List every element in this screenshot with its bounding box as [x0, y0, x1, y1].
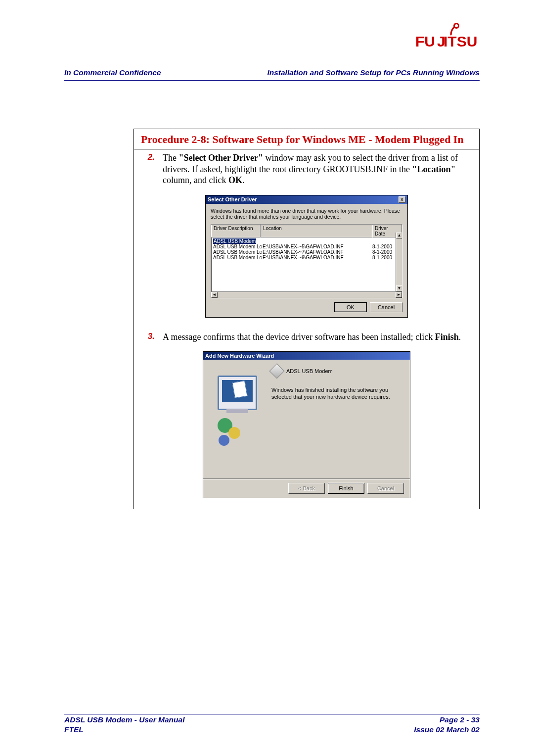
device-icon: [269, 364, 284, 379]
step-3-body: A message confirms that the device drive…: [163, 331, 472, 343]
footer-rule: [64, 714, 480, 714]
gear-icon: [228, 427, 240, 439]
step-3-text: .: [459, 332, 461, 342]
footer-issue: Issue 02 March 02: [414, 725, 480, 734]
driver-list[interactable]: Driver Description Location Driver Date …: [211, 224, 402, 298]
driver-row[interactable]: ADSL USB Modem E:\GROOTUSB.INF 5-4-2001: [211, 238, 402, 244]
step-2-bold: "Select Other Driver": [178, 153, 263, 163]
driver-desc: ADSL USB Modem Loa...: [212, 249, 262, 255]
cancel-button: Cancel: [367, 483, 404, 494]
window-titlebar: Add New Hardware Wizard: [203, 352, 410, 360]
finish-button[interactable]: Finish: [328, 483, 364, 494]
svg-point-0: [454, 24, 459, 28]
fujitsu-logo: FU J ITSU: [415, 22, 480, 51]
driver-desc: ADSL USB Modem: [213, 238, 256, 244]
driver-loc: E:\USB\ANNEX-~9\GAFWLOAD.INF: [262, 255, 371, 260]
driver-row[interactable]: ADSL USB Modem Loa... E:\USB\ANNEX-~7\GA…: [211, 249, 402, 255]
step-3-text: A message confirms that the device drive…: [163, 332, 435, 342]
step-2-body: The "Select Other Driver" window may ask…: [163, 152, 472, 186]
scroll-right-icon[interactable]: ►: [396, 292, 402, 298]
wizard-device-row: ADSL USB Modem: [271, 366, 403, 377]
driver-loc: E:\GROOTUSB.INF: [262, 238, 371, 244]
svg-text:FU: FU: [415, 33, 435, 49]
step-2-text: column, and click: [163, 175, 228, 185]
wizard-message: Windows has finished installing the soft…: [271, 386, 403, 401]
wizard-device-name: ADSL USB Modem: [286, 368, 333, 374]
footer-page-number: Page 2 - 33: [414, 715, 480, 724]
window-title: Select Other Driver: [208, 196, 257, 202]
select-other-driver-window: Select Other Driver × Windows has found …: [205, 195, 408, 318]
gear-icon: [219, 435, 229, 446]
scroll-down-icon[interactable]: ▼: [396, 285, 402, 291]
page: FU J ITSU In Commercial Confidence Insta…: [0, 0, 534, 756]
add-new-hardware-window: Add New Hardware Wizard: [203, 351, 410, 498]
window-message: Windows has found more than one driver t…: [211, 208, 402, 220]
back-button: < Back: [288, 483, 325, 494]
svg-text:ITSU: ITSU: [444, 33, 477, 49]
driver-row[interactable]: ADSL USB Modem Loa... E:\USB\ANNEX-~5\GA…: [211, 244, 402, 249]
ok-button[interactable]: OK: [334, 302, 367, 312]
scroll-left-icon[interactable]: ◄: [211, 292, 218, 298]
step-3: 3. A message confirms that the device dr…: [134, 329, 479, 510]
step-2-number: 2.: [141, 152, 155, 186]
step-2-text: The: [163, 153, 178, 163]
driver-list-header: Driver Description Location Driver Date: [211, 225, 402, 237]
footer-manual-title: ADSL USB Modem - User Manual: [64, 715, 184, 724]
step-3-number: 3.: [141, 331, 155, 343]
add-new-hardware-screenshot: Add New Hardware Wizard: [141, 351, 472, 498]
vertical-scrollbar[interactable]: ▲ ▼: [396, 233, 402, 291]
step-2-text: .: [242, 175, 245, 185]
procedure-box: Procedure 2-8: Software Setup for Window…: [134, 129, 480, 509]
driver-loc: E:\USB\ANNEX-~7\GAFWLOAD.INF: [262, 249, 371, 255]
wizard-sidebar-image: [210, 366, 265, 472]
step-2: 2. The "Select Other Driver" window may …: [134, 149, 479, 329]
header-rule: [64, 80, 480, 81]
col-location[interactable]: Location: [261, 225, 372, 237]
horizontal-scrollbar[interactable]: ◄ ►: [211, 291, 402, 298]
driver-loc: E:\USB\ANNEX-~5\GAFWLOAD.INF: [262, 244, 371, 249]
page-footer: ADSL USB Modem - User Manual FTEL Page 2…: [64, 715, 480, 734]
step-3-bold: Finish: [435, 332, 459, 342]
footer-company: FTEL: [64, 725, 184, 734]
header-left: In Commercial Confidence: [64, 68, 161, 77]
cancel-button[interactable]: Cancel: [370, 302, 402, 312]
driver-rows: ADSL USB Modem E:\GROOTUSB.INF 5-4-2001 …: [211, 237, 402, 261]
scroll-up-icon[interactable]: ▲: [396, 233, 402, 238]
select-other-driver-screenshot: Select Other Driver × Windows has found …: [141, 195, 472, 318]
driver-row[interactable]: ADSL USB Modem Loa... E:\USB\ANNEX-~9\GA…: [211, 255, 402, 260]
document-icon: [232, 380, 247, 398]
procedure-title: Procedure 2-8: Software Setup for Window…: [134, 129, 479, 149]
close-icon[interactable]: ×: [399, 196, 405, 203]
step-2-bold: OK: [228, 175, 242, 185]
window-title: Add New Hardware Wizard: [205, 353, 274, 359]
page-header: In Commercial Confidence Installation an…: [64, 68, 480, 77]
col-driver-description[interactable]: Driver Description: [211, 225, 261, 237]
header-right: Installation and Software Setup for PCs …: [267, 68, 480, 77]
driver-desc: ADSL USB Modem Loa...: [212, 255, 262, 260]
step-2-bold: "Location": [412, 164, 455, 174]
window-titlebar: Select Other Driver ×: [206, 195, 407, 204]
driver-desc: ADSL USB Modem Loa...: [212, 244, 262, 249]
